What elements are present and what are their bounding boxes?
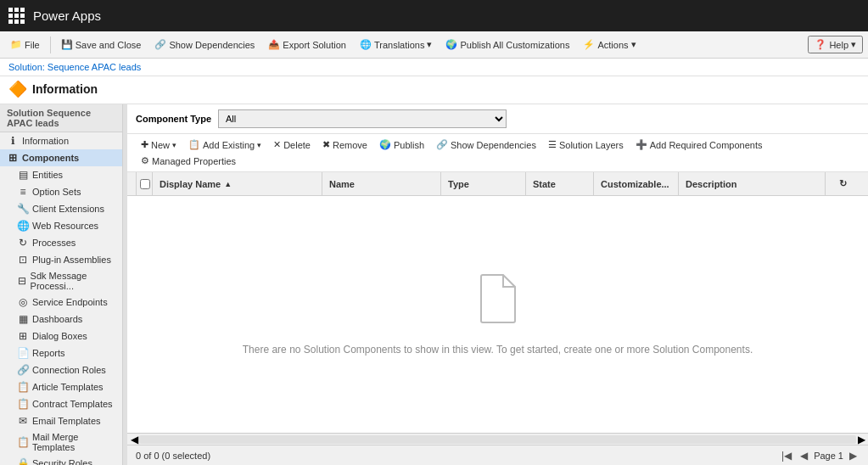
sidebar-item-article-templates[interactable]: 📋 Article Templates [0,378,122,395]
plugin-icon: ⊡ [17,254,29,266]
help-button[interactable]: ❓ Help ▾ [808,36,863,53]
dashboards-icon: ▦ [17,313,29,325]
component-type-bar: Component Type All [127,104,868,134]
help-icon: ❓ [815,39,826,50]
show-dep-icon: 🔗 [436,139,448,150]
app-title: Power Apps [33,8,101,23]
add-existing-button[interactable]: 📋 Add Existing ▾ [183,137,266,152]
connection-roles-icon: 🔗 [17,364,29,376]
bottom-bar: 0 of 0 (0 selected) |◀ ◀ Page 1 ▶ [127,445,868,465]
file-button[interactable]: 📁 File [5,37,45,52]
actions-icon: ⚡ [583,39,595,50]
entities-icon: ▤ [17,169,29,181]
scroll-track[interactable] [139,435,856,444]
remove-icon: ✖ [322,139,330,150]
sidebar-item-dashboards[interactable]: ▦ Dashboards [0,311,122,328]
empty-file-icon [476,273,518,333]
main-toolbar: 📁 File 💾 Save and Close 🔗 Show Dependenc… [0,31,868,59]
publish-icon: 🌍 [445,39,457,50]
component-type-label: Component Type [136,114,211,124]
content-area: Solution Sequence APAC leads ℹ Informati… [0,104,868,465]
sidebar-item-connection-roles[interactable]: 🔗 Connection Roles [0,361,122,378]
show-dependencies-toolbar-button[interactable]: 🔗 Show Dependencies [149,37,260,52]
col-actions[interactable]: ↻ [826,172,860,195]
sidebar-item-reports[interactable]: 📄 Reports [0,345,122,361]
publish-icon: 🌍 [379,139,391,150]
save-close-button[interactable]: 💾 Save and Close [56,37,147,52]
delete-button[interactable]: ✕ Delete [268,137,316,152]
add-required-icon: ➕ [636,139,647,150]
help-dropdown-arrow: ▾ [851,39,856,50]
web-resources-icon: 🌐 [17,220,29,232]
sidebar-item-entities[interactable]: ▤ Entities [0,166,122,183]
scroll-left-btn[interactable]: ◀ [129,435,139,444]
sdk-icon: ⊟ [17,275,27,287]
delete-icon: ✕ [273,139,281,150]
first-page-button[interactable]: |◀ [779,450,794,462]
actions-button[interactable]: ⚡ Actions ▾ [578,37,641,52]
service-endpoints-icon: ◎ [17,296,29,308]
sidebar-item-mail-merge[interactable]: 📋 Mail Merge Templates [0,429,122,455]
next-page-button[interactable]: ▶ [847,450,860,462]
breadcrumb-link[interactable]: Solution: Sequence APAC leads [8,62,141,72]
sidebar-item-option-sets[interactable]: ≡ Option Sets [0,183,122,200]
prev-page-button[interactable]: ◀ [798,450,810,462]
email-templates-icon: ✉ [17,415,29,427]
empty-text: There are no Solution Components to show… [243,344,753,356]
sidebar-item-service-endpoints[interactable]: ◎ Service Endpoints [0,294,122,311]
reports-icon: 📄 [17,347,29,359]
security-roles-icon: 🔒 [17,457,29,465]
new-icon: ✚ [141,139,148,150]
col-description[interactable]: Description [679,172,826,195]
new-dropdown-arrow: ▾ [172,141,176,149]
solution-layers-icon: ☰ [548,139,557,150]
translations-button[interactable]: 🌐 Translations ▾ [355,37,438,52]
select-all-checkbox[interactable] [140,179,150,189]
sidebar-item-web-resources[interactable]: 🌐 Web Resources [0,217,122,234]
sidebar-item-dialog-boxes[interactable]: ⊞ Dialog Boxes [0,328,122,345]
col-name[interactable]: Name [322,172,441,195]
component-type-select[interactable]: All [218,109,507,128]
sidebar-item-client-extensions[interactable]: 🔧 Client Extensions [0,200,122,217]
sidebar-item-information[interactable]: ℹ Information [0,132,122,149]
toolbar-sep-1 [50,36,51,53]
solution-layers-button[interactable]: ☰ Solution Layers [543,137,629,152]
dependencies-icon: 🔗 [154,39,166,50]
scroll-right-btn[interactable]: ▶ [856,435,866,444]
new-button[interactable]: ✚ New ▾ [136,137,182,152]
page-title: Information [32,82,98,96]
breadcrumb: Solution: Sequence APAC leads [0,59,868,76]
col-state[interactable]: State [526,172,594,195]
sidebar-section-label: Solution Sequence APAC leads [0,104,122,132]
col-customizable[interactable]: Customizable... [594,172,679,195]
col-type[interactable]: Type [441,172,526,195]
actions-dropdown-arrow: ▾ [631,39,636,50]
export-solution-button[interactable]: 📤 Export Solution [263,37,351,52]
horizontal-scrollbar[interactable]: ◀ ▶ [127,433,868,445]
info-icon: ℹ [7,135,19,147]
sidebar-item-sdk-message[interactable]: ⊟ Sdk Message Processi... [0,268,122,294]
sidebar-item-contract-templates[interactable]: 📋 Contract Templates [0,395,122,412]
pager: |◀ ◀ Page 1 ▶ [779,450,860,462]
publish-all-button[interactable]: 🌍 Publish All Customizations [440,37,574,52]
top-bar: Power Apps [0,0,868,31]
publish-button[interactable]: 🌍 Publish [374,137,429,152]
save-icon: 💾 [61,39,73,50]
action-bar: ✚ New ▾ 📋 Add Existing ▾ ✕ Delete ✖ Remo… [127,134,868,172]
sidebar-item-email-templates[interactable]: ✉ Email Templates [0,412,122,429]
contract-templates-icon: 📋 [17,398,29,410]
refresh-icon[interactable]: ↻ [839,178,847,189]
client-ext-icon: 🔧 [17,203,29,215]
add-required-components-button[interactable]: ➕ Add Required Components [630,137,768,152]
managed-properties-button[interactable]: ⚙ Managed Properties [136,154,241,168]
sidebar-item-components[interactable]: ⊞ Components [0,149,122,166]
remove-button[interactable]: ✖ Remove [317,137,372,152]
page-header: 🔶 Information [0,76,868,104]
app-grid-icon[interactable] [8,8,25,24]
show-dependencies-button[interactable]: 🔗 Show Dependencies [431,137,541,152]
sidebar-item-security-roles[interactable]: 🔒 Security Roles [0,455,122,465]
sidebar-item-plug-in-assemblies[interactable]: ⊡ Plug-in Assemblies [0,251,122,268]
processes-icon: ↻ [17,237,29,249]
sidebar-item-processes[interactable]: ↻ Processes [0,234,122,251]
col-display-name[interactable]: Display Name ▲ [153,172,322,195]
